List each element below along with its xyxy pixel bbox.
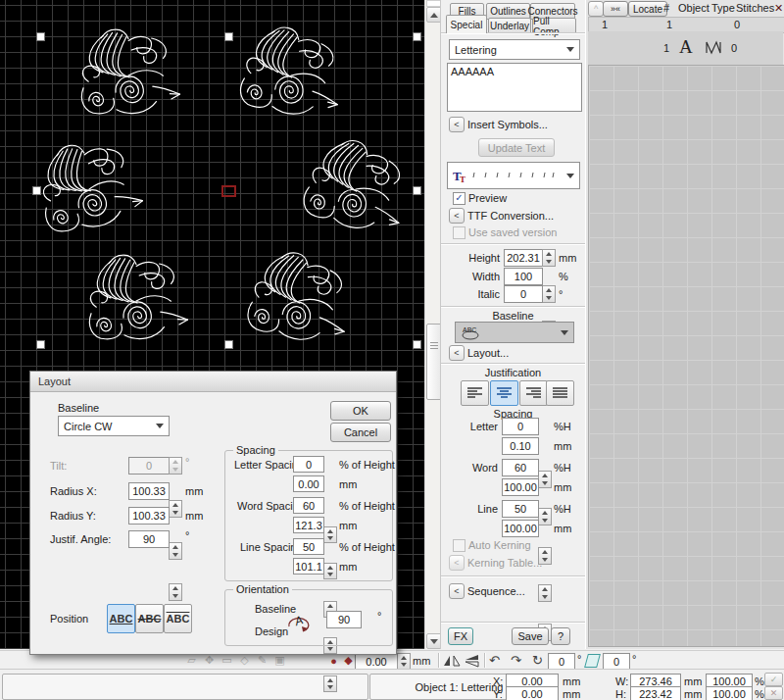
justify-center-button[interactable] xyxy=(490,380,518,406)
fx-button[interactable]: FX xyxy=(448,627,473,645)
selection-handle[interactable] xyxy=(36,32,45,41)
scroll-up-button[interactable] xyxy=(426,7,440,23)
column-header-type[interactable]: Type xyxy=(711,2,735,14)
sequence-expand-button[interactable]: < xyxy=(449,583,465,599)
line-spacing-pct-input[interactable]: 50 xyxy=(293,538,324,555)
height-pct-input[interactable]: 100.00 xyxy=(706,686,753,700)
sequence-label[interactable]: Sequence... xyxy=(467,585,525,597)
skew-icon[interactable] xyxy=(584,654,601,668)
lettering-text-input[interactable]: AAAAAA xyxy=(447,63,582,112)
toolbar-icon[interactable]: ◇ xyxy=(237,653,252,668)
insert-symbols-label[interactable]: Insert Symbols... xyxy=(467,119,548,130)
insert-symbols-expand-button[interactable]: < xyxy=(449,117,465,132)
radius-x-spinner[interactable] xyxy=(169,500,182,518)
embroidery-design[interactable] xyxy=(22,128,157,250)
skew-angle-input[interactable]: 0 xyxy=(603,653,630,670)
mirror-vertical-icon[interactable] xyxy=(464,654,481,668)
word-pct-input[interactable]: 60 xyxy=(502,459,539,476)
letter-mm-input[interactable]: 0.10 xyxy=(502,437,539,455)
panel-collapse-button[interactable]: ^ xyxy=(588,1,604,17)
canvas-vertical-scrollbar[interactable] xyxy=(424,0,440,649)
discard-button[interactable]: ✕ xyxy=(764,686,783,700)
cancel-button[interactable]: Cancel xyxy=(330,423,391,442)
justify-full-button[interactable] xyxy=(546,380,574,406)
tilt-spinner[interactable] xyxy=(169,457,182,475)
toolbar-icon[interactable]: ▱ xyxy=(184,653,199,668)
toolbar-icon[interactable]: ▭ xyxy=(220,653,234,668)
object-row[interactable]: 1 1 A 0 xyxy=(588,31,783,65)
layout-expand-button[interactable]: < xyxy=(449,345,465,361)
position-baseline-under-button[interactable]: ABC xyxy=(107,604,135,633)
close-panel-icon[interactable]: ✕ xyxy=(774,2,783,15)
position-baseline-middle-button[interactable]: ABC xyxy=(135,604,164,633)
line-pct-input[interactable]: 50 xyxy=(502,500,539,518)
italic-input[interactable]: 0 xyxy=(504,285,543,303)
nudge-spinner[interactable] xyxy=(397,653,411,670)
letter-spacing-pct-input[interactable]: 0 xyxy=(293,456,324,473)
embroidery-design[interactable] xyxy=(66,22,191,129)
height-mm-input[interactable]: 223.42 xyxy=(630,686,681,700)
embroidery-design[interactable] xyxy=(235,245,363,356)
tab-special[interactable]: Special xyxy=(446,15,487,33)
ttf-conversion-label[interactable]: TTF Conversion... xyxy=(467,210,554,222)
dialog-title-bar[interactable]: Layout xyxy=(30,372,396,392)
letter-mm-spinner[interactable] xyxy=(538,508,552,525)
width-spinner[interactable] xyxy=(542,285,556,303)
width-input[interactable]: 100 xyxy=(504,268,543,285)
red-tool-icon[interactable]: ● xyxy=(326,653,341,668)
column-header-number[interactable]: # xyxy=(663,2,669,14)
rotate-angle-icon[interactable]: ↻ xyxy=(532,653,543,668)
selection-handle[interactable] xyxy=(413,186,421,195)
y-position-input[interactable]: 0.00 xyxy=(506,686,559,700)
selection-handle[interactable] xyxy=(224,340,233,349)
lettering-type-select[interactable]: Lettering xyxy=(449,39,580,60)
save-button[interactable]: Save xyxy=(512,627,549,645)
rotate-right-icon[interactable]: ↷ xyxy=(511,653,521,668)
embroidery-design[interactable] xyxy=(74,247,199,355)
scrollbar-thumb[interactable] xyxy=(426,324,440,400)
selection-handle[interactable] xyxy=(413,32,421,41)
radius-y-spinner[interactable] xyxy=(169,542,182,560)
rotation-center-marker[interactable] xyxy=(221,185,236,197)
toolbar-icon[interactable]: ✎ xyxy=(255,653,270,668)
auto-kerning-checkbox[interactable] xyxy=(453,539,466,552)
letter-spacing-mm-input[interactable]: 0.00 xyxy=(293,475,324,492)
apply-button[interactable]: ✓ xyxy=(764,673,783,686)
word-spacing-mm-input[interactable]: 121.3 xyxy=(293,517,324,533)
locate-button[interactable]: Locate xyxy=(628,1,667,17)
font-select[interactable]: T T xyxy=(447,162,580,189)
letter-pct-input[interactable]: 0 xyxy=(502,418,539,435)
kerning-table-expand-button[interactable]: < xyxy=(449,555,465,571)
letter-spacing-mm-spinner[interactable] xyxy=(323,563,337,579)
column-header-object[interactable]: Object xyxy=(678,2,710,14)
toolbar-icon[interactable]: ▣ xyxy=(272,653,287,668)
nudge-distance-input[interactable]: 0.00 xyxy=(355,653,398,670)
rotate-left-icon[interactable]: ↶ xyxy=(489,653,500,668)
selection-handle[interactable] xyxy=(32,186,41,195)
position-baseline-over-button[interactable]: ABC xyxy=(164,604,192,633)
orientation-angle-input[interactable]: 90 xyxy=(326,611,362,628)
height-input[interactable]: 202.31 xyxy=(504,249,543,267)
scroll-down-button[interactable] xyxy=(426,633,440,649)
tilt-input[interactable]: 0 xyxy=(128,457,170,475)
word-mm-spinner[interactable] xyxy=(538,584,552,602)
red-tool-icon[interactable]: ◆ xyxy=(341,653,356,668)
scrollbar-splitter[interactable] xyxy=(426,0,440,7)
rotate-angle-input[interactable]: 0 xyxy=(548,653,575,670)
expand-collapse-columns-button[interactable]: »« xyxy=(603,1,628,17)
column-header-stitches[interactable]: Stitches xyxy=(736,2,774,14)
baseline-select[interactable]: ABC xyxy=(455,322,574,343)
layout-dialog[interactable]: Layout Baseline Circle CW OK Cancel Tilt… xyxy=(29,371,397,655)
letter-pct-spinner[interactable] xyxy=(538,471,552,488)
word-spacing-pct-input[interactable]: 60 xyxy=(293,497,324,514)
line-spacing-mm-input[interactable]: 101.1 xyxy=(293,558,324,575)
baseline-type-select[interactable]: Circle CW xyxy=(58,416,170,436)
preview-checkbox[interactable]: ✓ xyxy=(453,192,466,205)
height-spinner[interactable] xyxy=(542,249,556,267)
update-text-button[interactable]: Update Text xyxy=(478,138,555,157)
justif-angle-spinner[interactable] xyxy=(169,583,182,601)
embroidery-design[interactable] xyxy=(289,130,422,248)
justify-right-button[interactable] xyxy=(519,380,548,406)
radius-x-input[interactable]: 100.33 xyxy=(128,482,170,500)
justify-left-button[interactable] xyxy=(461,380,489,406)
